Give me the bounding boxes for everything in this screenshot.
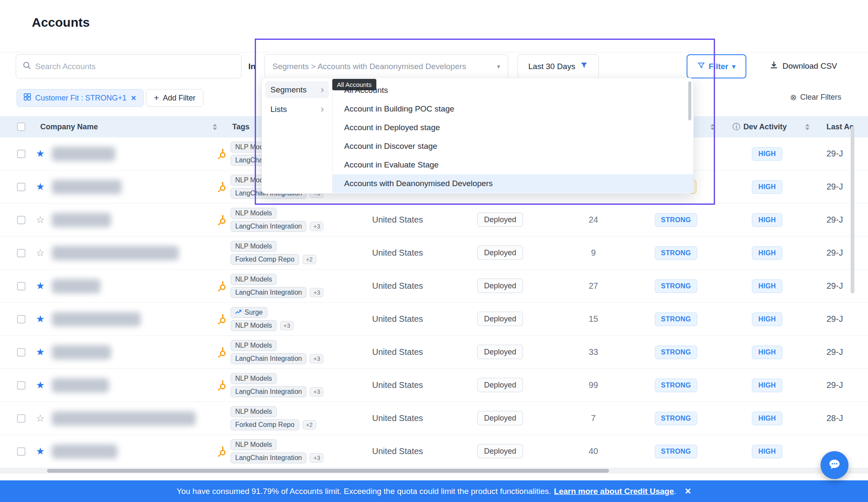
stage-badge: Deployed [477, 378, 523, 392]
country-cell: United States [369, 380, 470, 390]
tag2-label: LangChain Integration [235, 223, 302, 230]
search-input[interactable] [35, 62, 234, 71]
hubspot-icon[interactable] [216, 148, 228, 160]
more-tags-badge[interactable]: +3 [310, 354, 323, 363]
table-row[interactable]: ☆ NLP Models [0, 237, 868, 270]
table-row[interactable]: ★ NLP Models [0, 336, 868, 369]
customer-fit-badge: STRONG [655, 412, 698, 425]
hubspot-icon[interactable] [216, 181, 228, 193]
row-checkbox[interactable] [17, 150, 25, 158]
hubspot-icon[interactable] [216, 214, 228, 226]
segment-option[interactable]: Accounts with Deanonymised Developers [333, 174, 693, 193]
company-name-blurred [52, 147, 115, 161]
row-checkbox[interactable] [17, 216, 25, 224]
more-tags-badge[interactable]: +3 [310, 453, 323, 463]
clear-filters-button[interactable]: ⊗ Clear Filters [790, 92, 841, 102]
star-icon[interactable]: ☆ [34, 413, 47, 424]
row-checkbox[interactable] [17, 282, 25, 290]
segment-option[interactable]: Account in Discover stage [333, 137, 693, 156]
star-icon[interactable]: ★ [34, 446, 47, 457]
select-all-checkbox[interactable] [17, 123, 25, 131]
dev-count-cell: 27 [589, 281, 598, 291]
star-icon[interactable]: ★ [34, 313, 47, 325]
tag-chip: NLP Models [231, 208, 277, 219]
star-icon[interactable]: ☆ [34, 247, 47, 259]
download-csv-button[interactable]: Download CSV [770, 61, 837, 71]
segment-option[interactable]: All Accounts [333, 81, 693, 100]
row-checkbox[interactable] [17, 414, 25, 423]
tag-chip: Surge [231, 307, 267, 318]
segment-dropdown-panel: Segments › Lists › All Accounts Account … [262, 78, 694, 194]
star-icon[interactable]: ★ [34, 148, 47, 159]
horizontal-scrollbar-thumb[interactable] [47, 469, 609, 473]
hubspot-icon[interactable] [216, 446, 228, 457]
dev-count-cell: 99 [589, 380, 598, 390]
more-tags-badge[interactable]: +3 [310, 222, 323, 231]
last-activity-cell: 29-J [814, 347, 868, 357]
filter-funnel-icon [698, 62, 705, 71]
row-checkbox[interactable] [17, 447, 25, 456]
sort-activity-icon[interactable] [805, 124, 810, 130]
sort-company-icon[interactable] [213, 124, 217, 130]
stage-badge: Deployed [477, 245, 523, 260]
help-chat-button[interactable] [821, 451, 849, 479]
filter-button[interactable]: Filter ▾ [687, 54, 746, 78]
plus-icon: + [154, 93, 159, 103]
country-cell: United States [369, 281, 470, 291]
customer-fit-badge: STRONG [655, 346, 698, 359]
more-tags-badge[interactable]: +2 [303, 420, 316, 429]
star-icon[interactable]: ★ [34, 280, 47, 292]
table-row[interactable]: ★ NLP Models [0, 369, 868, 402]
tag1-label: NLP Models [235, 342, 272, 349]
star-icon[interactable]: ★ [34, 346, 47, 358]
date-range-select[interactable]: Last 30 Days [517, 54, 599, 78]
star-icon[interactable]: ★ [34, 379, 47, 391]
more-tags-badge[interactable]: +3 [310, 288, 323, 297]
row-checkbox[interactable] [17, 249, 25, 257]
row-checkbox[interactable] [17, 183, 25, 191]
more-tags-badge[interactable]: +2 [303, 255, 316, 264]
hubspot-icon[interactable] [216, 379, 228, 391]
filter-chip-remove-icon[interactable]: ✕ [131, 94, 136, 102]
table-row[interactable]: ★ NLP Models [0, 270, 868, 303]
company-name-blurred [52, 378, 109, 393]
more-tags-badge[interactable]: +3 [280, 321, 294, 330]
table-row[interactable]: ★ [0, 303, 868, 336]
nav-item-lists[interactable]: Lists › [265, 101, 329, 118]
segment-option[interactable]: Account in Evaluate Stage [333, 156, 693, 174]
credit-usage-link[interactable]: Learn more about Credit Usage [554, 487, 674, 496]
table-row[interactable]: ★ NLP Models [0, 435, 868, 468]
star-icon[interactable]: ☆ [34, 214, 47, 226]
vertical-scrollbar-thumb[interactable] [851, 126, 854, 293]
customer-fit-badge: STRONG [655, 246, 698, 260]
hubspot-icon[interactable] [216, 313, 228, 325]
table-row[interactable]: ☆ NLP Models [0, 402, 868, 435]
segment-option[interactable]: Account in Deployed stage [333, 118, 693, 137]
sort-fit-icon[interactable] [710, 124, 715, 130]
company-name-blurred [52, 279, 100, 293]
company-name-blurred [52, 444, 117, 459]
row-checkbox[interactable] [17, 348, 25, 357]
dev-count-cell: 9 [591, 248, 595, 258]
tag1-label: NLP Models [235, 408, 272, 416]
clear-filters-label: Clear Filters [800, 93, 841, 102]
star-icon[interactable]: ★ [34, 181, 47, 192]
segment-option[interactable]: Account in Building POC stage [333, 100, 693, 118]
tag-chip: LangChain Integration [231, 353, 306, 364]
row-checkbox[interactable] [17, 381, 25, 390]
table-row[interactable]: ☆ NLP Models [0, 204, 868, 237]
banner-close-icon[interactable]: ✕ [684, 486, 691, 496]
hubspot-icon[interactable] [216, 346, 228, 358]
all-accounts-tooltip: All Accounts [332, 79, 376, 90]
search-accounts-box[interactable] [16, 54, 242, 78]
hubspot-icon[interactable] [216, 280, 228, 292]
tag-chip: LangChain Integration [231, 287, 306, 298]
row-checkbox[interactable] [17, 315, 25, 324]
add-filter-button[interactable]: + Add Filter [146, 89, 203, 107]
date-range-value: Last 30 Days [529, 62, 576, 71]
more-tags-badge[interactable]: +3 [310, 387, 323, 396]
segment-select[interactable]: Segments > Accounts with Deanonymised De… [264, 54, 508, 78]
nav-item-segments[interactable]: Segments › [265, 81, 329, 98]
dropdown-scrollbar-thumb[interactable] [688, 81, 691, 120]
customer-fit-filter-chip[interactable]: Customer Fit : STRONG+1 ✕ [17, 89, 144, 107]
